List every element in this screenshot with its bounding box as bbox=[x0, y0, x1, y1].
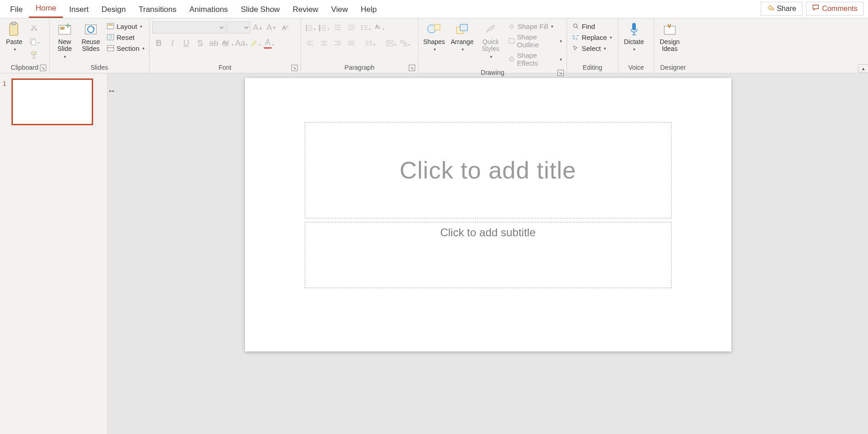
svg-rect-1 bbox=[11, 22, 16, 25]
slide-canvas-area[interactable]: Click to add title Click to add subtitle bbox=[108, 73, 868, 434]
tab-insert[interactable]: Insert bbox=[63, 1, 95, 18]
tab-home[interactable]: Home bbox=[29, 0, 62, 18]
format-painter-button[interactable] bbox=[28, 49, 40, 61]
shape-fill-icon bbox=[507, 22, 516, 30]
arrange-icon bbox=[454, 21, 470, 38]
align-right-button[interactable] bbox=[331, 37, 344, 50]
svg-text:a: a bbox=[573, 34, 574, 38]
svg-rect-0 bbox=[10, 23, 18, 35]
title-placeholder[interactable]: Click to add title bbox=[305, 122, 672, 218]
line-spacing-button[interactable] bbox=[359, 21, 372, 34]
slide-thumbnail-1[interactable] bbox=[12, 79, 93, 125]
layout-button[interactable]: Layout bbox=[105, 21, 146, 31]
tab-design[interactable]: Design bbox=[95, 1, 132, 18]
shape-outline-button[interactable]: Shape Outline bbox=[506, 32, 564, 50]
columns-button[interactable] bbox=[363, 37, 376, 50]
thumbnail-number: 1 bbox=[3, 79, 9, 125]
font-size-select[interactable] bbox=[227, 22, 250, 33]
tab-help[interactable]: Help bbox=[354, 1, 383, 18]
decrease-indent-button[interactable] bbox=[331, 21, 344, 34]
find-button[interactable]: Find bbox=[570, 21, 597, 31]
drawing-dialog-launcher[interactable] bbox=[557, 70, 564, 76]
copy-button[interactable] bbox=[28, 35, 40, 48]
increase-indent-button[interactable] bbox=[345, 21, 358, 34]
font-color-button[interactable]: A bbox=[262, 37, 275, 50]
dictate-button[interactable]: Dictate bbox=[621, 20, 647, 54]
numbering-button[interactable]: 123 bbox=[317, 21, 330, 34]
ribbon: Paste Clipboard New Slide Reuse Slides L… bbox=[0, 18, 868, 73]
slide-thumbnails-pane[interactable]: 1 ↔ bbox=[0, 73, 108, 434]
paste-icon bbox=[6, 21, 22, 38]
smartart-convert-button[interactable] bbox=[398, 37, 411, 50]
find-icon bbox=[572, 22, 580, 30]
svg-text:3: 3 bbox=[319, 29, 321, 31]
align-center-button[interactable] bbox=[317, 37, 330, 50]
strikethrough-button[interactable]: ab bbox=[207, 37, 220, 50]
editing-group-label: Editing bbox=[570, 63, 615, 72]
work-area: 1 ↔ Click to add title Click to add subt… bbox=[0, 73, 868, 434]
svg-rect-36 bbox=[632, 23, 636, 30]
svg-point-18 bbox=[306, 28, 307, 29]
svg-rect-31 bbox=[509, 39, 514, 43]
shape-outline-icon bbox=[507, 37, 515, 45]
replace-button[interactable]: acReplace bbox=[570, 32, 614, 42]
reset-button[interactable]: Reset bbox=[105, 32, 146, 42]
quick-styles-button[interactable]: Quick Styles bbox=[478, 20, 504, 61]
font-dialog-launcher[interactable] bbox=[291, 65, 298, 71]
svg-rect-13 bbox=[107, 34, 114, 40]
shapes-button[interactable]: Shapes bbox=[421, 20, 447, 54]
align-text-button[interactable] bbox=[384, 37, 397, 50]
cut-button[interactable] bbox=[28, 21, 40, 34]
char-spacing-button[interactable]: AV bbox=[221, 37, 234, 50]
section-button[interactable]: Section bbox=[105, 43, 146, 53]
shape-effects-icon bbox=[507, 55, 515, 63]
tab-view[interactable]: View bbox=[325, 1, 355, 18]
bullets-button[interactable] bbox=[304, 21, 317, 34]
new-slide-button[interactable]: New Slide bbox=[52, 20, 77, 61]
paragraph-dialog-launcher[interactable] bbox=[409, 65, 415, 71]
svg-rect-25 bbox=[401, 40, 403, 43]
drawing-group-label: Drawing bbox=[481, 69, 504, 76]
subtitle-placeholder[interactable]: Click to add subtitle bbox=[305, 222, 672, 288]
underline-button[interactable]: U bbox=[180, 37, 193, 50]
tab-review[interactable]: Review bbox=[286, 1, 325, 18]
tab-slideshow[interactable]: Slide Show bbox=[234, 1, 286, 18]
decrease-font-button[interactable]: A▼ bbox=[265, 21, 278, 34]
paragraph-group-label: Paragraph bbox=[345, 64, 374, 71]
bold-button[interactable]: B bbox=[152, 37, 165, 50]
comments-button[interactable]: Comments bbox=[806, 2, 863, 16]
tab-transitions[interactable]: Transitions bbox=[132, 1, 183, 18]
italic-button[interactable]: I bbox=[166, 37, 179, 50]
select-button[interactable]: Select bbox=[570, 43, 608, 53]
svg-point-17 bbox=[306, 25, 307, 27]
shape-fill-button[interactable]: Shape Fill bbox=[506, 21, 564, 31]
arrange-button[interactable]: Arrange bbox=[449, 20, 475, 54]
shadow-button[interactable]: S bbox=[194, 37, 206, 50]
highlight-button[interactable] bbox=[249, 37, 262, 50]
increase-font-button[interactable]: A▲ bbox=[251, 21, 264, 34]
svg-rect-7 bbox=[59, 25, 71, 34]
align-left-button[interactable] bbox=[304, 37, 317, 50]
svg-rect-24 bbox=[387, 40, 393, 46]
change-case-button[interactable]: Aa bbox=[235, 37, 248, 50]
slide[interactable]: Click to add title Click to add subtitle bbox=[245, 78, 731, 351]
font-name-select[interactable] bbox=[152, 22, 226, 33]
clear-formatting-button[interactable]: A bbox=[279, 21, 292, 34]
shape-effects-button[interactable]: Shape Effects bbox=[506, 50, 564, 68]
replace-icon: ac bbox=[572, 33, 580, 41]
justify-button[interactable] bbox=[345, 37, 358, 50]
design-ideas-button[interactable]: Design Ideas bbox=[657, 20, 683, 54]
share-button[interactable]: Share bbox=[761, 2, 802, 16]
svg-text:AV: AV bbox=[222, 40, 229, 46]
svg-rect-12 bbox=[108, 24, 113, 26]
paste-button[interactable]: Paste bbox=[3, 20, 26, 54]
tab-file[interactable]: File bbox=[4, 1, 29, 18]
svg-rect-14 bbox=[107, 45, 114, 51]
voice-group-label: Voice bbox=[621, 63, 651, 72]
collapse-ribbon-button[interactable]: ▴ bbox=[858, 64, 868, 72]
reuse-slides-button[interactable]: Reuse Slides bbox=[79, 20, 103, 54]
clipboard-dialog-launcher[interactable] bbox=[40, 65, 46, 71]
text-direction-button[interactable]: A bbox=[373, 21, 385, 34]
tab-animations[interactable]: Animations bbox=[183, 1, 234, 18]
dictate-icon bbox=[626, 21, 642, 38]
